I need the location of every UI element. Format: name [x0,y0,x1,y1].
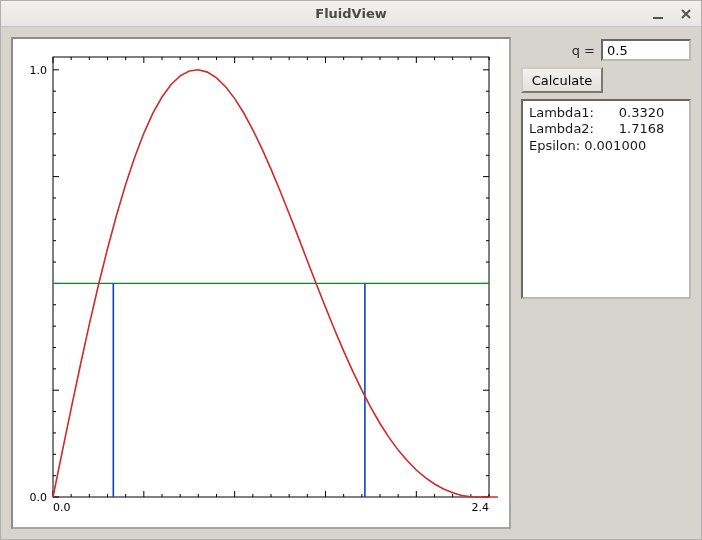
q-row: q = [521,37,691,61]
svg-text:1.0: 1.0 [30,64,48,77]
titlebar: FluidView [1,1,701,27]
client-area: 0.02.40.01.0 q = Calculate Lambda1: 0.33… [1,27,701,539]
result-epsilon: Epsilon: 0.001000 [529,138,646,153]
svg-text:0.0: 0.0 [30,491,48,504]
plot-canvas: 0.02.40.01.0 [13,39,509,527]
results-box: Lambda1: 0.3320 Lambda2: 1.7168 Epsilon:… [521,99,691,299]
minimize-button[interactable] [649,5,667,23]
side-panel: q = Calculate Lambda1: 0.3320 Lambda2: 1… [521,37,691,529]
result-lambda1: Lambda1: 0.3320 [529,105,664,120]
result-lambda2: Lambda2: 1.7168 [529,121,664,136]
q-label: q = [572,43,595,58]
window-controls [649,1,695,26]
svg-text:0.0: 0.0 [53,501,71,514]
app-window: FluidView 0.02.40.01.0 q = Calculate Lam… [0,0,702,540]
svg-text:2.4: 2.4 [472,501,490,514]
plot-panel: 0.02.40.01.0 [11,37,511,529]
calculate-button[interactable]: Calculate [521,67,603,93]
svg-rect-0 [653,17,663,19]
q-input[interactable] [601,39,691,61]
close-button[interactable] [677,5,695,23]
window-title: FluidView [1,6,701,21]
svg-rect-1 [53,57,489,497]
